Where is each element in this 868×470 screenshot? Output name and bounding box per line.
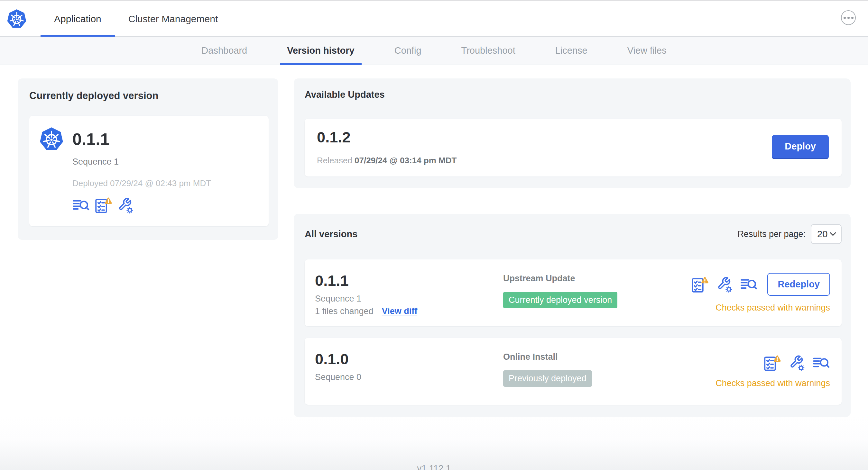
preflight-checks-warning-icon[interactable] [691,276,709,293]
version-row-0-1-0: 0.1.0 Sequence 0 Online Install Previous… [305,338,842,405]
tab-license[interactable]: License [535,37,608,65]
redeploy-button[interactable]: Redeploy [767,273,830,296]
top-tabs: Application Cluster Management [40,1,231,36]
update-released-timestamp: Released 07/29/24 @ 03:14 pm MDT [317,156,457,166]
results-per-page-select[interactable]: 20 [811,224,842,244]
files-changed-label: 1 files changed [315,306,374,316]
update-version-number: 0.1.2 [317,128,457,146]
release-notes-icon[interactable] [72,197,90,213]
ellipsis-icon [843,17,846,19]
top-bar: Application Cluster Management [0,1,868,37]
currently-deployed-badge: Currently deployed version [503,292,617,308]
all-versions-card: All versions Results per page: 20 [294,214,850,417]
current-deployed-timestamp: Deployed 07/29/24 @ 02:43 pm MDT [72,178,259,189]
preflight-checks-warning-icon[interactable] [763,355,781,371]
available-updates-title: Available Updates [305,89,842,100]
tab-dashboard[interactable]: Dashboard [181,37,267,65]
kubernetes-logo-icon [6,9,27,29]
release-notes-icon[interactable] [813,355,830,371]
app-sub-nav: Dashboard Version history Config Trouble… [0,37,868,65]
currently-deployed-version-card: 0.1.1 Sequence 1 Deployed 07/29/24 @ 02:… [29,116,269,226]
currently-deployed-title: Currently deployed version [29,90,269,102]
tab-cluster-management-label: Cluster Management [128,13,218,25]
preflight-status-text: Checks passed with warnings [715,303,830,313]
results-per-page-label: Results per page: [737,229,806,239]
tab-cluster-management[interactable]: Cluster Management [115,1,231,36]
currently-deployed-card: Currently deployed version [18,78,278,240]
deploy-button[interactable]: Deploy [772,135,829,159]
edit-config-icon[interactable] [716,276,733,293]
console-version: v1.112.1 [417,463,451,470]
tab-version-history[interactable]: Version history [267,37,374,65]
tab-application-label: Application [54,13,101,25]
tab-troubleshoot[interactable]: Troubleshoot [441,37,535,65]
release-notes-icon[interactable] [740,276,758,293]
tab-application[interactable]: Application [40,1,115,36]
previously-deployed-badge: Previously deployed [503,370,592,387]
row-sequence: Sequence 0 [315,372,503,382]
main-content: Currently deployed version [0,65,868,417]
kubernetes-app-icon [39,127,64,152]
tab-view-files[interactable]: View files [608,37,687,65]
row-source-label: Online Install [503,352,624,362]
preflight-status-text: Checks passed with warnings [715,378,830,388]
update-row: 0.1.2 Released 07/29/24 @ 03:14 pm MDT D… [305,119,842,176]
tab-config[interactable]: Config [374,37,441,65]
current-version-number: 0.1.1 [72,130,110,149]
row-source-label: Upstream Update [503,274,624,283]
available-updates-card: Available Updates 0.1.2 Released 07/29/2… [294,78,850,188]
row-sequence: Sequence 1 [315,294,503,304]
all-versions-title: All versions [305,229,358,239]
more-menu-button[interactable] [841,10,856,25]
app-window: Application Cluster Management Dashboard… [0,0,868,470]
page-footer: v1.112.1 [0,417,868,470]
chevron-down-icon [829,232,836,236]
row-version-number: 0.1.1 [315,272,503,289]
current-sequence: Sequence 1 [72,157,259,167]
view-diff-link[interactable]: View diff [382,306,417,316]
edit-config-icon[interactable] [788,355,806,371]
edit-config-icon[interactable] [117,197,134,213]
version-row-0-1-1: 0.1.1 Sequence 1 1 files changed View di… [305,260,842,326]
preflight-checks-warning-icon[interactable] [94,197,112,213]
row-version-number: 0.1.0 [315,350,503,368]
